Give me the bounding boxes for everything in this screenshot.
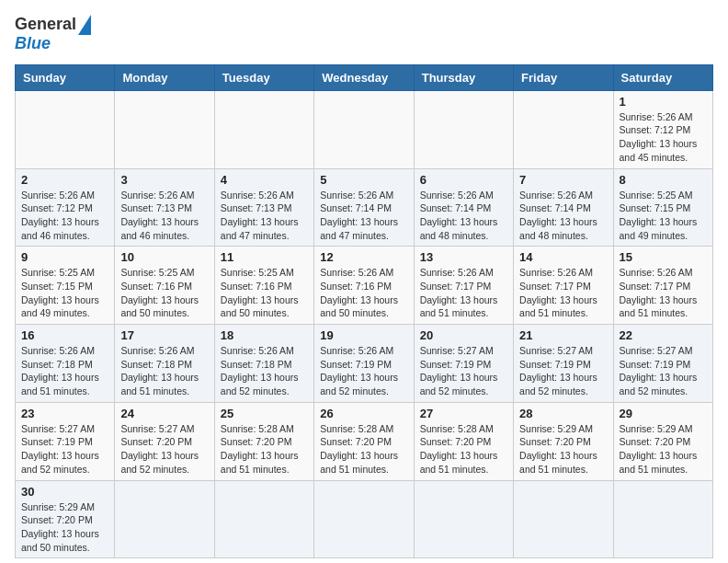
day-number: 13 <box>420 250 507 264</box>
day-info: Sunrise: 5:26 AM Sunset: 7:12 PM Dayligh… <box>620 110 707 165</box>
calendar-week-4: 16Sunrise: 5:26 AM Sunset: 7:18 PM Dayli… <box>16 325 713 403</box>
day-number: 28 <box>519 407 607 420</box>
calendar-cell: 29Sunrise: 5:29 AM Sunset: 7:20 PM Dayli… <box>613 402 712 480</box>
calendar-cell <box>214 480 313 558</box>
day-number: 29 <box>620 407 707 420</box>
calendar-cell: 18Sunrise: 5:26 AM Sunset: 7:18 PM Dayli… <box>214 325 313 403</box>
day-number: 4 <box>221 173 308 187</box>
day-info: Sunrise: 5:29 AM Sunset: 7:20 PM Dayligh… <box>519 422 607 477</box>
calendar-cell <box>314 480 414 558</box>
day-info: Sunrise: 5:25 AM Sunset: 7:16 PM Dayligh… <box>120 266 208 320</box>
calendar-cell: 9Sunrise: 5:25 AM Sunset: 7:15 PM Daylig… <box>16 247 115 325</box>
calendar-cell: 25Sunrise: 5:28 AM Sunset: 7:20 PM Dayli… <box>214 402 313 480</box>
calendar-week-2: 2Sunrise: 5:26 AM Sunset: 7:12 PM Daylig… <box>16 168 713 247</box>
day-number: 19 <box>320 328 407 342</box>
logo-triangle-icon <box>78 15 91 35</box>
day-number: 20 <box>420 328 507 342</box>
calendar-cell <box>16 90 115 168</box>
calendar-cell <box>613 480 712 558</box>
calendar-cell: 10Sunrise: 5:25 AM Sunset: 7:16 PM Dayli… <box>115 247 214 325</box>
calendar-cell: 6Sunrise: 5:26 AM Sunset: 7:14 PM Daylig… <box>414 168 513 247</box>
calendar-week-3: 9Sunrise: 5:25 AM Sunset: 7:15 PM Daylig… <box>16 247 713 325</box>
day-number: 26 <box>320 407 407 420</box>
calendar-cell: 19Sunrise: 5:26 AM Sunset: 7:19 PM Dayli… <box>314 325 414 403</box>
calendar-cell: 2Sunrise: 5:26 AM Sunset: 7:12 PM Daylig… <box>16 168 115 247</box>
day-number: 14 <box>519 250 607 264</box>
day-info: Sunrise: 5:26 AM Sunset: 7:17 PM Dayligh… <box>420 266 507 320</box>
day-info: Sunrise: 5:26 AM Sunset: 7:18 PM Dayligh… <box>21 344 108 398</box>
day-number: 17 <box>120 328 208 342</box>
day-number: 15 <box>620 250 707 264</box>
calendar-cell: 8Sunrise: 5:25 AM Sunset: 7:15 PM Daylig… <box>613 168 712 247</box>
day-info: Sunrise: 5:27 AM Sunset: 7:19 PM Dayligh… <box>21 422 108 477</box>
day-info: Sunrise: 5:28 AM Sunset: 7:20 PM Dayligh… <box>420 422 507 477</box>
weekday-saturday: Saturday <box>613 64 712 90</box>
logo-general: General <box>15 16 76 34</box>
day-number: 7 <box>519 173 607 187</box>
weekday-tuesday: Tuesday <box>214 64 313 90</box>
calendar-cell: 26Sunrise: 5:28 AM Sunset: 7:20 PM Dayli… <box>314 402 414 480</box>
calendar-week-6: 30Sunrise: 5:29 AM Sunset: 7:20 PM Dayli… <box>16 480 713 558</box>
day-info: Sunrise: 5:28 AM Sunset: 7:20 PM Dayligh… <box>320 422 407 477</box>
day-info: Sunrise: 5:26 AM Sunset: 7:18 PM Dayligh… <box>221 344 308 398</box>
day-info: Sunrise: 5:26 AM Sunset: 7:14 PM Dayligh… <box>519 189 607 243</box>
calendar-week-5: 23Sunrise: 5:27 AM Sunset: 7:19 PM Dayli… <box>16 402 713 480</box>
day-number: 23 <box>21 407 108 420</box>
day-number: 3 <box>120 173 208 187</box>
day-number: 24 <box>120 407 208 420</box>
calendar-cell: 22Sunrise: 5:27 AM Sunset: 7:19 PM Dayli… <box>613 325 712 403</box>
calendar-cell <box>514 480 613 558</box>
day-number: 5 <box>320 173 407 187</box>
calendar-cell: 14Sunrise: 5:26 AM Sunset: 7:17 PM Dayli… <box>514 247 613 325</box>
day-info: Sunrise: 5:29 AM Sunset: 7:20 PM Dayligh… <box>21 500 108 555</box>
day-number: 11 <box>221 250 308 264</box>
logo: General Blue <box>15 15 91 53</box>
day-number: 25 <box>221 407 308 420</box>
calendar-cell <box>514 90 613 168</box>
day-number: 10 <box>120 250 208 264</box>
calendar-cell: 13Sunrise: 5:26 AM Sunset: 7:17 PM Dayli… <box>414 247 513 325</box>
day-info: Sunrise: 5:28 AM Sunset: 7:20 PM Dayligh… <box>221 422 308 477</box>
day-number: 27 <box>420 407 507 420</box>
day-number: 18 <box>221 328 308 342</box>
day-number: 1 <box>620 95 707 109</box>
header: General Blue <box>15 15 713 53</box>
calendar-cell: 3Sunrise: 5:26 AM Sunset: 7:13 PM Daylig… <box>115 168 214 247</box>
calendar-cell: 15Sunrise: 5:26 AM Sunset: 7:17 PM Dayli… <box>613 247 712 325</box>
day-number: 16 <box>21 328 108 342</box>
calendar-cell: 21Sunrise: 5:27 AM Sunset: 7:19 PM Dayli… <box>514 325 613 403</box>
weekday-friday: Friday <box>514 64 613 90</box>
calendar-cell: 12Sunrise: 5:26 AM Sunset: 7:16 PM Dayli… <box>314 247 414 325</box>
weekday-thursday: Thursday <box>414 64 513 90</box>
day-info: Sunrise: 5:26 AM Sunset: 7:13 PM Dayligh… <box>221 189 308 243</box>
day-number: 9 <box>21 250 108 264</box>
calendar-cell <box>115 480 214 558</box>
calendar-cell: 4Sunrise: 5:26 AM Sunset: 7:13 PM Daylig… <box>214 168 313 247</box>
calendar-cell: 28Sunrise: 5:29 AM Sunset: 7:20 PM Dayli… <box>514 402 613 480</box>
day-number: 2 <box>21 173 108 187</box>
day-info: Sunrise: 5:26 AM Sunset: 7:14 PM Dayligh… <box>420 189 507 243</box>
day-info: Sunrise: 5:26 AM Sunset: 7:17 PM Dayligh… <box>519 266 607 320</box>
calendar-table: SundayMondayTuesdayWednesdayThursdayFrid… <box>15 64 713 559</box>
day-info: Sunrise: 5:27 AM Sunset: 7:19 PM Dayligh… <box>620 344 707 398</box>
day-number: 6 <box>420 173 507 187</box>
day-info: Sunrise: 5:25 AM Sunset: 7:15 PM Dayligh… <box>620 189 707 243</box>
day-info: Sunrise: 5:26 AM Sunset: 7:19 PM Dayligh… <box>320 344 407 398</box>
calendar-cell: 1Sunrise: 5:26 AM Sunset: 7:12 PM Daylig… <box>613 90 712 168</box>
logo-blue: Blue <box>15 35 91 53</box>
calendar-cell: 24Sunrise: 5:27 AM Sunset: 7:20 PM Dayli… <box>115 402 214 480</box>
day-info: Sunrise: 5:25 AM Sunset: 7:15 PM Dayligh… <box>21 266 108 320</box>
calendar-cell <box>314 90 414 168</box>
calendar-cell <box>414 480 513 558</box>
weekday-wednesday: Wednesday <box>314 64 414 90</box>
day-number: 22 <box>620 328 707 342</box>
day-info: Sunrise: 5:27 AM Sunset: 7:19 PM Dayligh… <box>420 344 507 398</box>
calendar-cell: 27Sunrise: 5:28 AM Sunset: 7:20 PM Dayli… <box>414 402 513 480</box>
calendar-cell <box>414 90 513 168</box>
calendar-week-1: 1Sunrise: 5:26 AM Sunset: 7:12 PM Daylig… <box>16 90 713 168</box>
calendar-cell: 23Sunrise: 5:27 AM Sunset: 7:19 PM Dayli… <box>16 402 115 480</box>
day-info: Sunrise: 5:26 AM Sunset: 7:14 PM Dayligh… <box>320 189 407 243</box>
day-info: Sunrise: 5:26 AM Sunset: 7:17 PM Dayligh… <box>620 266 707 320</box>
day-info: Sunrise: 5:26 AM Sunset: 7:12 PM Dayligh… <box>21 189 108 243</box>
weekday-header-row: SundayMondayTuesdayWednesdayThursdayFrid… <box>16 64 713 90</box>
